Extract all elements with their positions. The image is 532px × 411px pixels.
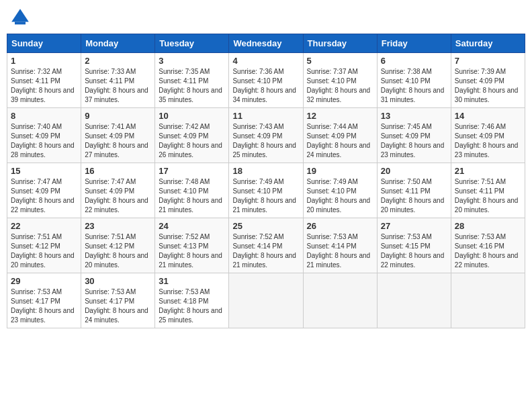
- daylight-label: Daylight: 8 hours and 35 minutes.: [159, 87, 222, 103]
- weekday-header-monday: Monday: [81, 34, 155, 53]
- day-info: Sunrise: 7:53 AM Sunset: 4:15 PM Dayligh…: [381, 232, 447, 270]
- sunset-label: Sunset: 4:09 PM: [455, 77, 504, 85]
- day-info: Sunrise: 7:48 AM Sunset: 4:10 PM Dayligh…: [159, 177, 225, 215]
- sunset-label: Sunset: 4:10 PM: [381, 77, 431, 85]
- day-number: 3: [159, 56, 225, 66]
- calendar-cell: 10 Sunrise: 7:42 AM Sunset: 4:09 PM Dayl…: [155, 108, 229, 163]
- calendar-cell: 12 Sunrise: 7:44 AM Sunset: 4:09 PM Dayl…: [303, 108, 377, 163]
- sunset-label: Sunset: 4:09 PM: [11, 187, 60, 195]
- calendar-header-row: SundayMondayTuesdayWednesdayThursdayFrid…: [7, 34, 525, 53]
- calendar-cell: 22 Sunrise: 7:51 AM Sunset: 4:12 PM Dayl…: [7, 218, 81, 273]
- calendar-cell: 8 Sunrise: 7:40 AM Sunset: 4:09 PM Dayli…: [7, 108, 81, 163]
- sunrise-label: Sunrise: 7:51 AM: [455, 178, 506, 185]
- sunrise-label: Sunrise: 7:51 AM: [85, 233, 136, 240]
- day-number: 19: [307, 166, 373, 176]
- day-info: Sunrise: 7:51 AM Sunset: 4:12 PM Dayligh…: [11, 232, 77, 270]
- day-info: Sunrise: 7:39 AM Sunset: 4:09 PM Dayligh…: [455, 67, 521, 105]
- day-number: 4: [232, 56, 299, 66]
- calendar-cell: [451, 273, 525, 328]
- daylight-label: Daylight: 8 hours and 25 minutes.: [232, 142, 296, 158]
- sunset-label: Sunset: 4:15 PM: [381, 242, 431, 250]
- calendar-cell: 1 Sunrise: 7:32 AM Sunset: 4:11 PM Dayli…: [7, 53, 81, 108]
- sunrise-label: Sunrise: 7:53 AM: [381, 233, 432, 240]
- logo: [9, 7, 34, 28]
- daylight-label: Daylight: 8 hours and 30 minutes.: [455, 87, 519, 103]
- day-number: 29: [11, 276, 77, 286]
- sunset-label: Sunset: 4:11 PM: [455, 187, 504, 195]
- day-info: Sunrise: 7:33 AM Sunset: 4:11 PM Dayligh…: [85, 67, 151, 105]
- weekday-header-saturday: Saturday: [451, 34, 525, 53]
- calendar-cell: [229, 273, 303, 328]
- calendar-cell: [377, 273, 451, 328]
- weekday-header-wednesday: Wednesday: [229, 34, 303, 53]
- sunset-label: Sunset: 4:12 PM: [85, 242, 134, 250]
- day-number: 31: [159, 276, 225, 286]
- daylight-label: Daylight: 8 hours and 32 minutes.: [307, 87, 371, 103]
- day-number: 10: [159, 111, 225, 121]
- sunset-label: Sunset: 4:12 PM: [11, 242, 60, 250]
- sunrise-label: Sunrise: 7:44 AM: [307, 123, 358, 130]
- calendar-week-3: 15 Sunrise: 7:47 AM Sunset: 4:09 PM Dayl…: [7, 163, 525, 218]
- day-number: 18: [232, 166, 299, 176]
- day-info: Sunrise: 7:44 AM Sunset: 4:09 PM Dayligh…: [307, 122, 373, 160]
- day-number: 6: [381, 56, 447, 66]
- sunrise-label: Sunrise: 7:49 AM: [232, 178, 283, 185]
- calendar-cell: 17 Sunrise: 7:48 AM Sunset: 4:10 PM Dayl…: [155, 163, 229, 218]
- calendar-cell: 19 Sunrise: 7:49 AM Sunset: 4:10 PM Dayl…: [303, 163, 377, 218]
- sunrise-label: Sunrise: 7:53 AM: [307, 233, 358, 240]
- sunset-label: Sunset: 4:18 PM: [159, 298, 208, 305]
- day-number: 24: [159, 221, 225, 231]
- sunrise-label: Sunrise: 7:43 AM: [232, 123, 283, 130]
- calendar-cell: 29 Sunrise: 7:53 AM Sunset: 4:17 PM Dayl…: [7, 273, 81, 328]
- sunset-label: Sunset: 4:13 PM: [159, 242, 208, 250]
- daylight-label: Daylight: 8 hours and 23 minutes.: [455, 142, 519, 158]
- sunset-label: Sunset: 4:09 PM: [85, 132, 134, 140]
- day-number: 7: [455, 56, 521, 66]
- calendar-cell: 26 Sunrise: 7:53 AM Sunset: 4:14 PM Dayl…: [303, 218, 377, 273]
- day-info: Sunrise: 7:49 AM Sunset: 4:10 PM Dayligh…: [307, 177, 373, 215]
- calendar-cell: 31 Sunrise: 7:53 AM Sunset: 4:18 PM Dayl…: [155, 273, 229, 328]
- calendar-cell: 5 Sunrise: 7:37 AM Sunset: 4:10 PM Dayli…: [303, 53, 377, 108]
- day-number: 22: [11, 221, 77, 231]
- day-number: 2: [85, 56, 151, 66]
- sunrise-label: Sunrise: 7:53 AM: [11, 288, 62, 295]
- daylight-label: Daylight: 8 hours and 23 minutes.: [11, 307, 75, 324]
- calendar-week-4: 22 Sunrise: 7:51 AM Sunset: 4:12 PM Dayl…: [7, 218, 525, 273]
- day-info: Sunrise: 7:50 AM Sunset: 4:11 PM Dayligh…: [381, 177, 447, 215]
- calendar-cell: 2 Sunrise: 7:33 AM Sunset: 4:11 PM Dayli…: [81, 53, 155, 108]
- sunrise-label: Sunrise: 7:33 AM: [85, 68, 136, 75]
- day-info: Sunrise: 7:36 AM Sunset: 4:10 PM Dayligh…: [232, 67, 299, 105]
- day-info: Sunrise: 7:49 AM Sunset: 4:10 PM Dayligh…: [232, 177, 299, 215]
- sunset-label: Sunset: 4:09 PM: [232, 132, 282, 140]
- calendar-cell: 13 Sunrise: 7:45 AM Sunset: 4:09 PM Dayl…: [377, 108, 451, 163]
- daylight-label: Daylight: 8 hours and 20 minutes.: [85, 252, 148, 269]
- daylight-label: Daylight: 8 hours and 27 minutes.: [85, 142, 148, 158]
- calendar-cell: 23 Sunrise: 7:51 AM Sunset: 4:12 PM Dayl…: [81, 218, 155, 273]
- daylight-label: Daylight: 8 hours and 21 minutes.: [307, 252, 371, 269]
- calendar-cell: 20 Sunrise: 7:50 AM Sunset: 4:11 PM Dayl…: [377, 163, 451, 218]
- day-number: 14: [455, 111, 521, 121]
- sunrise-label: Sunrise: 7:47 AM: [11, 178, 62, 185]
- calendar-cell: 25 Sunrise: 7:52 AM Sunset: 4:14 PM Dayl…: [229, 218, 303, 273]
- day-info: Sunrise: 7:43 AM Sunset: 4:09 PM Dayligh…: [232, 122, 299, 160]
- calendar-cell: 16 Sunrise: 7:47 AM Sunset: 4:09 PM Dayl…: [81, 163, 155, 218]
- day-info: Sunrise: 7:47 AM Sunset: 4:09 PM Dayligh…: [11, 177, 77, 215]
- daylight-label: Daylight: 8 hours and 31 minutes.: [381, 87, 445, 103]
- calendar-cell: 15 Sunrise: 7:47 AM Sunset: 4:09 PM Dayl…: [7, 163, 81, 218]
- day-info: Sunrise: 7:53 AM Sunset: 4:18 PM Dayligh…: [159, 287, 225, 325]
- sunrise-label: Sunrise: 7:52 AM: [159, 233, 210, 240]
- daylight-label: Daylight: 8 hours and 39 minutes.: [11, 87, 75, 103]
- calendar-cell: 9 Sunrise: 7:41 AM Sunset: 4:09 PM Dayli…: [81, 108, 155, 163]
- day-info: Sunrise: 7:53 AM Sunset: 4:16 PM Dayligh…: [455, 232, 521, 270]
- day-info: Sunrise: 7:35 AM Sunset: 4:11 PM Dayligh…: [159, 67, 225, 105]
- daylight-label: Daylight: 8 hours and 21 minutes.: [232, 197, 296, 214]
- sunrise-label: Sunrise: 7:52 AM: [232, 233, 283, 240]
- calendar-cell: 3 Sunrise: 7:35 AM Sunset: 4:11 PM Dayli…: [155, 53, 229, 108]
- daylight-label: Daylight: 8 hours and 26 minutes.: [159, 142, 222, 158]
- sunset-label: Sunset: 4:17 PM: [11, 298, 60, 305]
- calendar-week-1: 1 Sunrise: 7:32 AM Sunset: 4:11 PM Dayli…: [7, 53, 525, 108]
- day-info: Sunrise: 7:47 AM Sunset: 4:09 PM Dayligh…: [85, 177, 151, 215]
- sunrise-label: Sunrise: 7:38 AM: [381, 68, 432, 75]
- daylight-label: Daylight: 8 hours and 22 minutes.: [11, 197, 75, 214]
- daylight-label: Daylight: 8 hours and 24 minutes.: [85, 307, 148, 324]
